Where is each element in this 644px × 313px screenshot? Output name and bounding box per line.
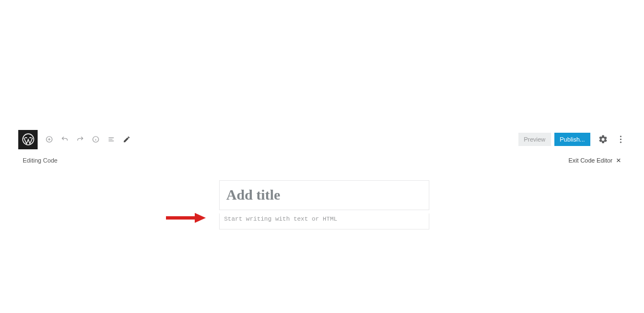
post-body-field-wrapper	[219, 213, 429, 229]
exit-code-editor-button[interactable]: Exit Code Editor	[569, 157, 621, 164]
preview-button[interactable]: Preview	[518, 133, 551, 146]
redo-icon[interactable]	[76, 135, 84, 143]
svg-point-5	[620, 142, 622, 143]
tool-icon-group	[45, 135, 131, 143]
info-icon[interactable]	[92, 135, 100, 143]
settings-gear-icon[interactable]	[598, 134, 608, 144]
blank-region	[0, 0, 644, 129]
close-icon	[616, 158, 621, 163]
code-editor-subbar: Editing Code Exit Code Editor	[18, 155, 626, 166]
exit-code-editor-label: Exit Code Editor	[569, 157, 612, 164]
top-toolbar: Preview Publish...	[18, 129, 626, 149]
svg-point-3	[620, 135, 622, 137]
right-controls: Preview Publish...	[518, 133, 626, 146]
annotation-arrow-icon	[166, 213, 206, 223]
publish-button[interactable]: Publish...	[554, 133, 590, 146]
svg-marker-7	[195, 213, 206, 223]
post-body-textarea[interactable]	[224, 216, 424, 225]
editor-area	[219, 180, 429, 229]
post-title-input[interactable]	[226, 187, 422, 204]
add-block-icon[interactable]	[45, 135, 53, 143]
post-title-field-wrapper	[219, 180, 429, 210]
wordpress-logo[interactable]	[18, 130, 38, 149]
outline-icon[interactable]	[107, 135, 115, 143]
more-options-icon[interactable]	[616, 134, 626, 144]
editing-mode-label: Editing Code	[23, 157, 58, 164]
edit-pencil-icon[interactable]	[123, 135, 131, 143]
svg-point-4	[620, 139, 622, 140]
svg-rect-6	[166, 216, 195, 220]
undo-icon[interactable]	[61, 135, 69, 143]
